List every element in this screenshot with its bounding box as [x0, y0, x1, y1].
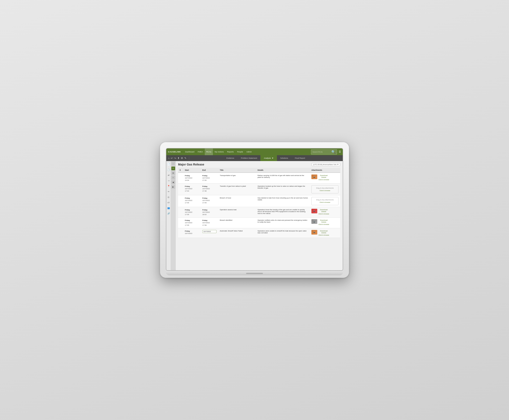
row-attachment-cell[interactable]: Drag & drop attachments Click to browse — [310, 183, 340, 195]
tab-solutions[interactable]: Solutions — [277, 155, 292, 161]
nav-dashboard[interactable]: Dashboard — [184, 149, 196, 155]
download-link[interactable]: Download — [319, 219, 329, 221]
attachment-thumbnail: 📷 — [311, 230, 317, 235]
th-title: Title — [218, 168, 256, 172]
delete-link[interactable]: Delete — [319, 211, 329, 212]
table-row: Friday10/7/202217:04Friday10/7/202217:36… — [178, 183, 340, 195]
nav-admin[interactable]: Admin — [245, 149, 254, 155]
browse-link[interactable]: Click to browse — [319, 234, 329, 236]
sidebar-doc-icon[interactable]: 📄 — [167, 162, 171, 166]
drag-drop-area[interactable]: Drag & drop attachments Click to browse — [311, 185, 338, 193]
row-info-cell — [178, 207, 183, 218]
row-attachment-cell[interactable]: 📷 Download Delete Click to browse — [310, 172, 340, 183]
download-link[interactable]: Download — [319, 230, 329, 232]
export-icon[interactable]: ⬆ — [177, 157, 180, 160]
top-navigation: CAUSELINK Dashboard FMEA RCAs My Actions… — [166, 149, 343, 155]
row-info-cell — [178, 183, 183, 195]
redo-icon[interactable]: ↪ — [174, 157, 176, 160]
timeline-sidebar: − + ⊞ + ◀ ▶ — [171, 161, 176, 270]
tab-evidence[interactable]: Evidence — [223, 155, 238, 161]
browse-link[interactable]: Click to browse — [319, 224, 329, 225]
tab-problem-statement[interactable]: Problem Statement — [238, 155, 260, 161]
row-attachment-cell[interactable]: Drag & drop attachments Click to browse — [310, 195, 340, 207]
row-end-cell[interactable]: 10/7/2022 — [201, 228, 218, 238]
attachment-thumbnail: 📷 — [311, 219, 317, 224]
tab-bar: Evidence Problem Statement Analysis ▼ So… — [190, 155, 341, 161]
page-title-bar: Major Gas Release (UTC-05:00) America/Ne… — [178, 163, 340, 166]
attachment-thumbnail: 📷 — [311, 209, 317, 213]
row-end-cell: Friday10/7/202217:58 — [201, 218, 218, 228]
row-details-cell: Operators know the toxicity of the gas a… — [256, 207, 309, 218]
browse-link[interactable]: Click to browse — [319, 179, 329, 180]
row-title-cell: Breach identified — [218, 218, 256, 228]
row-title-cell: Operators assess leak — [218, 207, 256, 218]
sidebar-flow-icon[interactable]: ⇌ — [167, 173, 171, 177]
sidebar-people-icon[interactable]: 👥 — [167, 206, 171, 210]
row-info-cell — [178, 228, 183, 238]
sidebar-tag-icon[interactable]: 🏷 — [167, 201, 171, 204]
delete-link[interactable]: Delete — [319, 176, 329, 178]
row-details-cell: Operators hooked up the hose to valve on… — [256, 183, 309, 195]
row-info-cell — [178, 195, 183, 207]
ts-next-icon[interactable]: ▶ — [171, 185, 175, 189]
nav-rcas[interactable]: RCAs — [205, 149, 213, 155]
analysis-dropdown-arrow: ▼ — [272, 157, 274, 159]
table-row: Friday10/7/202217:55Friday10/7/202218:02… — [178, 207, 340, 218]
drag-drop-label: Drag & drop attachments — [316, 187, 334, 189]
ts-plus-icon[interactable]: + — [171, 166, 175, 170]
row-start-cell: Friday10/7/2022 — [183, 228, 201, 238]
timezone-selector[interactable]: (UTC-05:00) America/New York ▼ — [312, 163, 340, 166]
browse-link[interactable]: Click to browse — [313, 190, 337, 192]
sidebar-pin-icon[interactable]: 📍 — [167, 184, 171, 188]
tab-final-report[interactable]: Final Report — [292, 155, 308, 161]
sidebar-circle-icon[interactable]: ◎ — [167, 195, 171, 199]
ts-minus-icon[interactable]: − — [171, 162, 175, 166]
hamburger-menu-icon[interactable]: ☰ — [339, 150, 341, 153]
sidebar-link-icon[interactable]: 🔗 — [167, 211, 171, 215]
download-link[interactable]: Download — [319, 209, 329, 211]
row-info-cell — [178, 172, 183, 183]
row-start-cell: Friday10/7/202217:55 — [183, 195, 201, 207]
settings-icon[interactable]: ⚙ — [181, 157, 183, 160]
row-start-cell: Friday10/7/202214:04 — [183, 172, 201, 183]
row-end-cell: Friday10/7/202218:02 — [201, 207, 218, 218]
tab-analysis[interactable]: Analysis ▼ — [260, 155, 277, 161]
row-end-cell: Friday10/7/202217:55 — [201, 195, 218, 207]
drag-drop-area[interactable]: Drag & drop attachments Click to browse — [311, 197, 338, 205]
search-input[interactable] — [313, 151, 331, 153]
attachment-thumbnail: 📷 — [311, 174, 317, 179]
edit-icon[interactable]: ✎ — [184, 157, 187, 160]
browse-link[interactable]: Click to browse — [313, 201, 337, 203]
th-info: ℹ — [178, 168, 183, 172]
table-row: Friday10/7/202214:04Friday10/7/202217:00… — [178, 172, 340, 183]
th-attachments: Attachments — [310, 168, 340, 172]
home-icon[interactable]: ⌂ — [168, 157, 169, 160]
page-title: Major Gas Release — [178, 163, 204, 166]
nav-reports[interactable]: Reports — [225, 149, 236, 155]
undo-icon[interactable]: ↩ — [171, 157, 173, 160]
row-title-cell: Automatic Shutoff Valve Failed — [218, 228, 256, 238]
ts-grid-icon[interactable]: ⊞ — [171, 171, 175, 175]
search-box[interactable]: 🔍 — [311, 149, 337, 155]
nav-myactions[interactable]: My Actions — [213, 149, 225, 155]
nav-people[interactable]: People — [235, 149, 245, 155]
row-title-cell: Transportation of gas — [218, 172, 256, 183]
main-area: 📄 🕐 ⇌ ⊸ 📍 ✏ ◎ 🏷 👥 🔗 − + ⊞ + ◀ ▶ — [166, 161, 343, 270]
row-title-cell: Breach of hose — [218, 195, 256, 207]
ts-plusbox-icon[interactable]: + — [171, 176, 175, 180]
browse-link[interactable]: Click to browse — [319, 213, 329, 215]
row-attachment-cell[interactable]: 📷 Download Delete Click to browse — [310, 207, 340, 218]
content-area: Major Gas Release (UTC-05:00) America/Ne… — [176, 161, 343, 270]
sidebar-clock-icon[interactable]: 🕐 — [167, 168, 171, 172]
row-attachment-cell[interactable]: 📷 Download Delete Click to browse — [310, 228, 340, 238]
row-attachment-cell[interactable]: 📷 Download Delete Click to browse — [310, 218, 340, 228]
sidebar-branch-icon[interactable]: ⊸ — [167, 179, 171, 182]
ts-prev-icon[interactable]: ◀ — [171, 180, 175, 184]
sidebar-edit2-icon[interactable]: ✏ — [167, 190, 171, 193]
delete-link[interactable]: Delete — [319, 221, 329, 223]
delete-link[interactable]: Delete — [319, 232, 329, 234]
download-link[interactable]: Download — [319, 174, 329, 176]
table-row: Friday10/7/202210/7/2022Automatic Shutof… — [178, 228, 340, 238]
nav-fmea[interactable]: FMEA — [196, 149, 205, 155]
row-end-cell: Friday10/7/202217:00 — [201, 172, 218, 183]
